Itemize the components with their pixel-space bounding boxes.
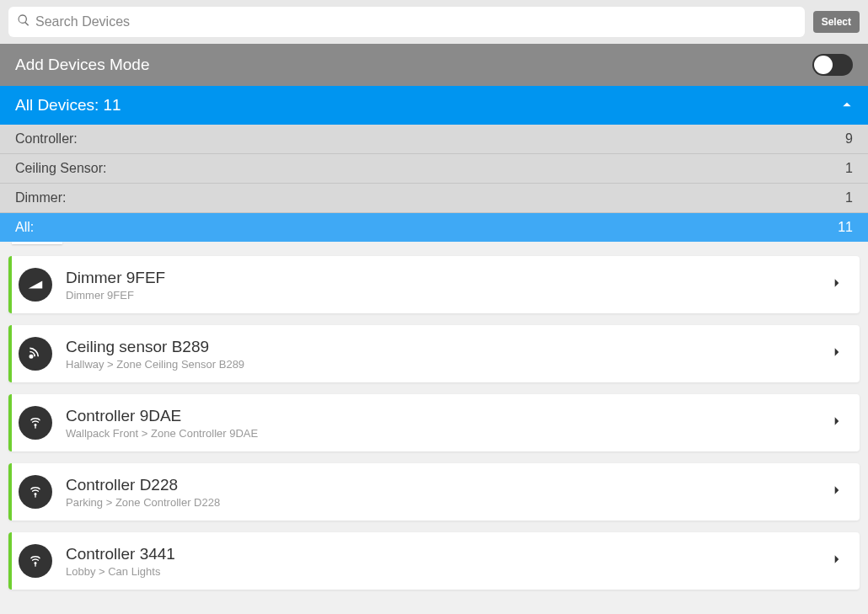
- filter-count: 9: [845, 131, 853, 147]
- device-title: Ceiling sensor B289: [66, 338, 831, 356]
- select-button[interactable]: Select: [813, 11, 860, 33]
- chevron-right-icon: [831, 277, 843, 292]
- search-field-wrap[interactable]: [8, 7, 805, 37]
- device-subtitle: Hallway > Zone Ceiling Sensor B289: [66, 358, 831, 371]
- svg-rect-6: [35, 563, 35, 566]
- controller-icon: [19, 406, 52, 440]
- controller-icon: [19, 475, 52, 509]
- device-list: Dimmer 9FEF Dimmer 9FEF Ceiling sensor B…: [0, 256, 868, 598]
- active-filter-underline: [12, 242, 62, 244]
- controller-icon: [19, 544, 52, 578]
- device-title: Controller 9DAE: [66, 407, 831, 425]
- device-text: Ceiling sensor B289 Hallway > Zone Ceili…: [66, 338, 831, 371]
- device-subtitle: Wallpack Front > Zone Controller 9DAE: [66, 427, 831, 440]
- dimmer-icon: [19, 268, 52, 302]
- device-row-dimmer-9fef[interactable]: Dimmer 9FEF Dimmer 9FEF: [8, 256, 860, 313]
- filter-label: Dimmer:: [15, 190, 66, 206]
- filter-controller[interactable]: Controller: 9: [0, 125, 868, 154]
- filter-label: Ceiling Sensor:: [15, 161, 107, 176]
- filter-all[interactable]: All: 11: [0, 213, 868, 242]
- svg-rect-4: [35, 494, 35, 497]
- svg-point-0: [29, 355, 32, 358]
- device-subtitle: Dimmer 9FEF: [66, 289, 831, 302]
- chevron-right-icon: [831, 553, 843, 569]
- search-input[interactable]: [35, 14, 796, 29]
- toggle-knob: [814, 56, 833, 74]
- add-devices-mode-toggle[interactable]: [812, 54, 853, 76]
- device-title: Controller 3441: [66, 545, 831, 563]
- sensor-icon: [19, 337, 52, 371]
- device-row-controller-d228[interactable]: Controller D228 Parking > Zone Controlle…: [8, 463, 860, 521]
- device-text: Dimmer 9FEF Dimmer 9FEF: [66, 269, 831, 302]
- chevron-right-icon: [831, 346, 843, 361]
- filter-count: 11: [838, 220, 853, 235]
- filter-label: All:: [15, 220, 34, 235]
- filter-dimmer[interactable]: Dimmer: 1: [0, 184, 868, 213]
- device-row-controller-3441[interactable]: Controller 3441 Lobby > Can Lights: [8, 532, 860, 590]
- filter-count: 1: [845, 161, 853, 176]
- device-title: Controller D228: [66, 476, 831, 494]
- chevron-up-icon: [841, 96, 853, 115]
- device-text: Controller 3441 Lobby > Can Lights: [66, 545, 831, 578]
- all-devices-label: All Devices: 11: [15, 96, 121, 115]
- device-text: Controller 9DAE Wallpack Front > Zone Co…: [66, 407, 831, 440]
- add-devices-mode-label: Add Devices Mode: [15, 56, 149, 74]
- device-title: Dimmer 9FEF: [66, 269, 831, 287]
- all-devices-header[interactable]: All Devices: 11: [0, 86, 868, 125]
- svg-rect-2: [35, 425, 35, 428]
- device-row-ceiling-sensor-b289[interactable]: Ceiling sensor B289 Hallway > Zone Ceili…: [8, 325, 860, 382]
- search-icon: [17, 13, 35, 30]
- device-row-controller-9dae[interactable]: Controller 9DAE Wallpack Front > Zone Co…: [8, 394, 860, 451]
- add-devices-mode-bar: Add Devices Mode: [0, 44, 868, 86]
- filter-ceiling-sensor[interactable]: Ceiling Sensor: 1: [0, 154, 868, 184]
- device-text: Controller D228 Parking > Zone Controlle…: [66, 476, 831, 509]
- device-subtitle: Lobby > Can Lights: [66, 565, 831, 578]
- filter-count: 1: [845, 190, 853, 206]
- device-subtitle: Parking > Zone Controller D228: [66, 496, 831, 509]
- chevron-right-icon: [831, 415, 843, 430]
- filter-label: Controller:: [15, 131, 78, 147]
- chevron-right-icon: [831, 484, 843, 499]
- top-bar: Select: [0, 0, 868, 44]
